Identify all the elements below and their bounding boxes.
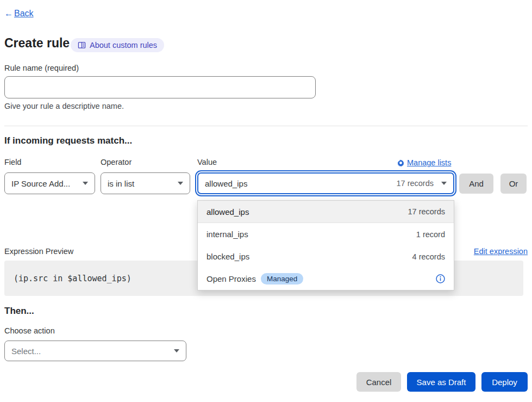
- list-item-open-proxies[interactable]: Open Proxies Managed: [198, 268, 454, 290]
- rule-name-helper-text: Give your rule a descriptive name.: [4, 102, 124, 110]
- managed-badge: Managed: [261, 273, 303, 285]
- list-item-allowed-ips[interactable]: allowed_ips 17 records: [198, 201, 454, 223]
- value-dropdown-list: allowed_ips 17 records internal_ips 1 re…: [197, 200, 454, 290]
- rule-name-label: Rule name (required): [4, 64, 79, 72]
- field-select[interactable]: IP Source Add...: [4, 172, 95, 194]
- manage-lists-label: Manage lists: [407, 158, 451, 167]
- chevron-down-icon: [441, 182, 447, 185]
- about-custom-rules-link[interactable]: About custom rules: [71, 38, 164, 52]
- manage-lists-link[interactable]: Manage lists: [397, 158, 454, 167]
- page-title: Create rule: [4, 36, 70, 51]
- field-column-label: Field: [4, 158, 21, 166]
- list-item-records: 1 record: [416, 230, 445, 239]
- section-divider: [4, 126, 528, 126]
- value-column-label: Value: [197, 158, 217, 166]
- list-item-name: blocked_ips: [206, 252, 249, 261]
- value-select[interactable]: allowed_ips 17 records: [197, 172, 454, 194]
- field-select-value: IP Source Add...: [11, 179, 70, 188]
- edit-expression-link[interactable]: Edit expression: [474, 247, 528, 256]
- list-item-blocked-ips[interactable]: blocked_ips 4 records: [198, 245, 454, 268]
- operator-select-value: is in list: [108, 179, 134, 188]
- action-select-placeholder: Select...: [11, 347, 41, 356]
- chevron-down-icon: [178, 182, 183, 185]
- value-select-records-count: 17 records: [396, 179, 434, 188]
- list-item-records: 17 records: [408, 207, 445, 216]
- choose-action-label: Choose action: [4, 326, 55, 335]
- gear-icon: [397, 159, 404, 166]
- book-icon: [78, 41, 86, 50]
- value-select-value: allowed_ips: [205, 179, 247, 188]
- and-button[interactable]: And: [459, 174, 493, 194]
- cancel-button[interactable]: Cancel: [356, 372, 401, 392]
- save-as-draft-button[interactable]: Save as Draft: [407, 372, 475, 392]
- about-custom-rules-label: About custom rules: [90, 41, 157, 50]
- expression-preview-label: Expression Preview: [4, 247, 73, 256]
- footer-actions: Cancel Save as Draft Deploy: [356, 372, 528, 392]
- list-item-name: internal_ips: [206, 230, 248, 239]
- rule-name-input[interactable]: [4, 76, 316, 98]
- back-link-label: Back: [14, 9, 34, 18]
- or-button[interactable]: Or: [500, 174, 527, 194]
- list-item-records: 4 records: [412, 252, 445, 261]
- info-icon[interactable]: [436, 274, 445, 283]
- operator-select[interactable]: is in list: [101, 172, 190, 194]
- chevron-down-icon: [83, 182, 88, 185]
- then-section-heading: Then...: [4, 306, 34, 317]
- back-arrow-icon: ←: [4, 9, 13, 18]
- list-item-name: Open Proxies: [206, 274, 256, 283]
- list-item-name: allowed_ips: [206, 207, 249, 217]
- expression-code: (ip.src in $allowed_ips): [14, 274, 132, 283]
- back-link[interactable]: ←Back: [4, 9, 34, 18]
- chevron-down-icon: [174, 349, 179, 352]
- match-section-heading: If incoming requests match...: [4, 135, 132, 146]
- operator-column-label: Operator: [101, 158, 132, 166]
- action-select[interactable]: Select...: [4, 341, 186, 361]
- list-item-internal-ips[interactable]: internal_ips 1 record: [198, 223, 454, 245]
- deploy-button[interactable]: Deploy: [481, 372, 528, 392]
